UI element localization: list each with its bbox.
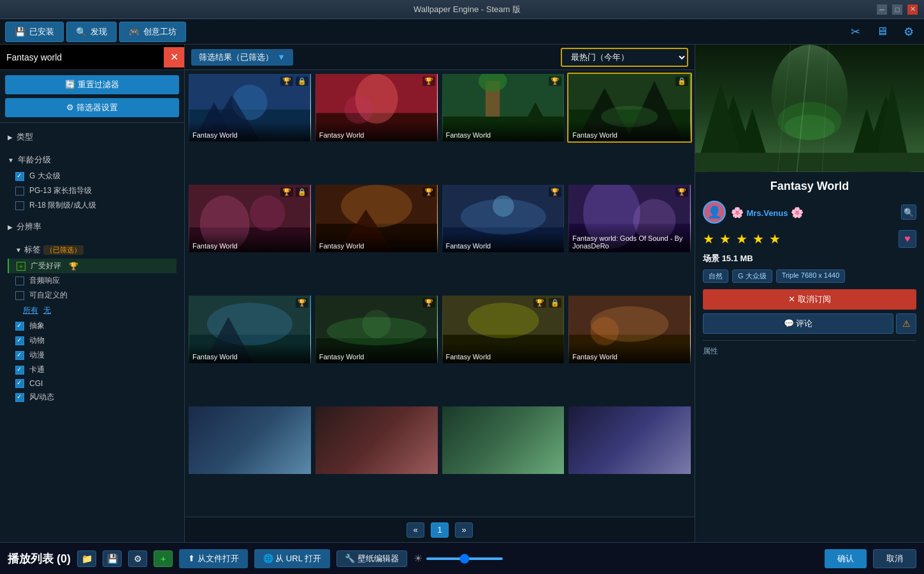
bottom-bar: 播放列表 (0) 📁 💾 ⚙ + ⬆ 从文件打开 🌐 从 URL 打开 🔧 壁纸…: [0, 542, 924, 574]
maximize-button[interactable]: □: [892, 4, 902, 15]
grid-item-13[interactable]: [187, 405, 312, 475]
folder-button[interactable]: 📁: [77, 550, 96, 567]
results-text: 筛选结果（已筛选）: [199, 52, 273, 63]
tab-workshop-label: 创意工坊: [143, 26, 177, 38]
grid-item-icons-6: 🏆: [422, 187, 435, 197]
cat-cartoon[interactable]: 卡通: [8, 362, 177, 377]
tags-row: 自然 G 大众级 Triple 7680 x 1440: [703, 269, 916, 283]
save-playlist-button[interactable]: 💾: [103, 550, 122, 567]
reset-filter-button[interactable]: 🔄 重置过滤器: [5, 75, 179, 94]
sort-dropdown[interactable]: 最热门（今年） 最新发布 最多订阅 评分最高: [561, 48, 688, 67]
filter-age-header[interactable]: ▼ 年龄分级: [8, 151, 177, 169]
tab-installed[interactable]: 💾 已安装: [5, 22, 64, 42]
trophy-icon-7: 🏆: [549, 187, 561, 197]
grid-item-label-4: Fantasy World: [568, 121, 691, 141]
tag-resolution[interactable]: Triple 7680 x 1440: [776, 269, 846, 283]
cat-anime[interactable]: 动漫: [8, 348, 177, 362]
window-controls: ─ □ ✕: [877, 4, 918, 15]
cat-cgi[interactable]: CGI: [8, 377, 177, 390]
grid-item-4[interactable]: 🔒Fantasy World: [567, 73, 692, 143]
trophy-icon: 🏆: [69, 262, 78, 271]
tools-icon-button[interactable]: ✂: [845, 22, 865, 42]
grid-item-6[interactable]: 🏆Fantasy World: [314, 183, 439, 254]
attr-title: 属性: [703, 346, 916, 357]
age-option-1-label: PG-13 家长指导级: [29, 185, 92, 196]
filter-type-header[interactable]: ▶ 类型: [8, 128, 177, 146]
tag-rating[interactable]: G 大众级: [732, 269, 772, 283]
grid-item-8[interactable]: 🏆Fantasy world: Gods Of Sound - By Jonas…: [567, 183, 692, 254]
prev-page-button[interactable]: «: [407, 522, 424, 538]
age-option-2[interactable]: R-18 限制级/成人级: [8, 198, 177, 213]
checkbox-audio: [15, 276, 24, 285]
tab-discover-label: 发现: [90, 26, 107, 38]
filter-resolution-header[interactable]: ▶ 分辨率: [8, 218, 177, 236]
age-option-0[interactable]: G 大众级: [8, 169, 177, 183]
editor-button[interactable]: 🔧 壁纸编辑器: [336, 550, 407, 567]
grid-item-5[interactable]: 🏆🔒Fantasy World: [187, 183, 312, 254]
filter-resolution-label: 分辨率: [17, 221, 41, 233]
tag-nature[interactable]: 自然: [703, 269, 728, 283]
select-all-link[interactable]: 所有: [23, 305, 38, 316]
grid-item-7[interactable]: 🏆Fantasy World: [441, 183, 566, 254]
close-button[interactable]: ✕: [907, 4, 918, 15]
sidebar: ✕ 🔄 重置过滤器 ⚙ 筛选器设置 ▶ 类型 ▼ 年龄分级: [0, 45, 185, 542]
filter-tags-header[interactable]: ▼ 标签 （已筛选）: [8, 241, 177, 259]
grid-item-9[interactable]: 🏆Fantasy World: [187, 294, 312, 364]
add-playlist-button[interactable]: +: [154, 550, 173, 567]
results-bar: 筛选结果（已筛选） ▼ 最热门（今年） 最新发布 最多订阅 评分最高: [185, 45, 695, 70]
age-option-1[interactable]: PG-13 家长指导级: [8, 183, 177, 198]
tab-discover[interactable]: 🔍 发现: [66, 22, 117, 42]
search-input[interactable]: [0, 52, 164, 62]
confirm-button[interactable]: 确认: [825, 549, 867, 568]
filter-settings-button[interactable]: ⚙ 筛选器设置: [5, 98, 179, 117]
warn-button[interactable]: ⚠: [896, 313, 916, 334]
settings-icon-button[interactable]: ⚙: [899, 22, 919, 42]
tab-workshop[interactable]: 🎮 创意工坊: [119, 22, 186, 42]
select-none-link[interactable]: 无: [43, 305, 51, 316]
cat-animals[interactable]: 动物: [8, 333, 177, 348]
grid-item-15[interactable]: [441, 405, 566, 475]
comment-button[interactable]: 💬 评论: [703, 313, 893, 334]
monitor-icon-button[interactable]: 🖥: [872, 22, 892, 42]
triangle-icon: ▶: [8, 134, 13, 141]
tab-bar: 💾 已安装 🔍 发现 🎮 创意工坊 ✂ 🖥 ⚙: [0, 19, 924, 45]
preview-image: [695, 45, 924, 172]
cat-animals-label: 动物: [29, 335, 45, 346]
app-title: Wallpaper Engine - Steam 版: [57, 4, 877, 15]
minimize-button[interactable]: ─: [877, 4, 887, 15]
tag-option-1[interactable]: 音频响应: [8, 273, 177, 288]
config-button[interactable]: ⚙: [128, 550, 147, 567]
brightness-icon: ☀: [414, 552, 422, 564]
cat-abstract[interactable]: 抽象: [8, 319, 177, 333]
tag-option-0[interactable]: + 广受好评 🏆: [8, 259, 177, 273]
cat-abstract-label: 抽象: [29, 320, 45, 331]
open-url-button[interactable]: 🌐 从 URL 打开: [254, 549, 330, 568]
grid-item-3[interactable]: 🏆Fantasy World: [441, 73, 566, 143]
cancel-button[interactable]: 取消: [873, 549, 916, 568]
grid-item-1[interactable]: 🏆🔒Fantasy World: [187, 73, 312, 143]
grid-item-2[interactable]: 🏆Fantasy World: [314, 73, 439, 143]
grid-item-11[interactable]: 🏆🔒Fantasy World: [441, 294, 566, 364]
filter-scroll: ▶ 类型 ▼ 年龄分级 G 大众级 PG-13 家长指导级: [0, 123, 184, 542]
cat-wind-label: 风/动态: [29, 392, 54, 403]
grid-item-12[interactable]: Fantasy World: [567, 294, 692, 364]
search-author-button[interactable]: 🔍: [901, 204, 916, 220]
filter-type-label: 类型: [17, 131, 33, 143]
search-clear-button[interactable]: ✕: [164, 47, 184, 68]
unsubscribe-button[interactable]: ✕ 取消订阅: [703, 289, 916, 310]
preview-image-bg: [695, 45, 924, 172]
tag-option-2[interactable]: 可自定义的: [8, 288, 177, 303]
author-name[interactable]: Mrs.Venus: [746, 208, 788, 218]
cat-wind[interactable]: 风/动态: [8, 390, 177, 405]
favorite-button[interactable]: ♥: [899, 230, 916, 248]
grid-item-bg-15: [442, 406, 565, 474]
brightness-slider[interactable]: [426, 557, 503, 560]
svg-point-45: [468, 303, 539, 338]
grid-item-16[interactable]: [567, 405, 692, 475]
open-file-button[interactable]: ⬆ 从文件打开: [179, 549, 248, 568]
grid-item-14[interactable]: [314, 405, 439, 475]
svg-point-49: [591, 317, 619, 346]
grid-item-icons-1: 🏆🔒: [280, 76, 308, 86]
grid-item-10[interactable]: 🏆Fantasy World: [314, 294, 439, 364]
next-page-button[interactable]: »: [455, 522, 473, 538]
